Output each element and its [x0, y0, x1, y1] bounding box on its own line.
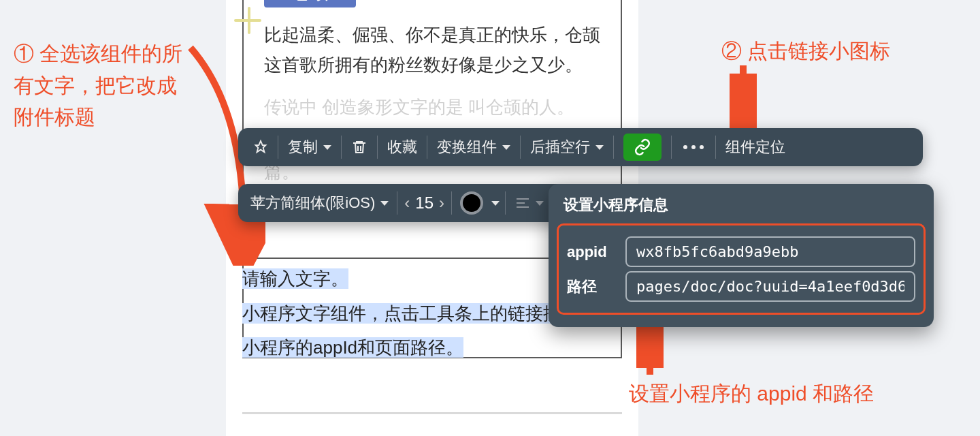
svg-point-0	[683, 145, 687, 149]
paragraph-2-obscured: 传说中 创造象形文字的是 叫仓颉的人。	[264, 92, 600, 122]
link-button-wrap	[615, 128, 670, 166]
chevron-down-icon	[502, 145, 510, 150]
text-color-button[interactable]	[453, 184, 504, 222]
separator	[520, 136, 521, 159]
font-family-select[interactable]: 苹方简细体(限iOS)	[244, 184, 395, 222]
chevron-down-icon	[323, 145, 331, 150]
separator	[377, 136, 378, 159]
separator	[671, 136, 672, 159]
favorite-label: 收藏	[387, 137, 417, 157]
link-button[interactable]	[623, 134, 662, 161]
separator	[505, 191, 506, 215]
separator	[613, 136, 614, 159]
appid-row: appid	[567, 236, 915, 267]
separator	[427, 136, 427, 159]
description-line-2[interactable]: 小程序的appId和页面路径。	[242, 330, 622, 365]
document-title-pill: – 仓颉 –	[264, 0, 356, 7]
separator	[451, 191, 452, 215]
miniprogram-info-panel: 设置小程序信息 appid 路径	[549, 184, 934, 327]
chevron-down-icon	[491, 201, 500, 206]
trash-icon	[351, 139, 368, 155]
transform-label: 变换组件	[437, 137, 497, 157]
chevron-down-icon	[536, 201, 544, 206]
separator	[278, 136, 278, 159]
paragraph-1[interactable]: 比起温柔、倔强、你不是真正的快乐，仓颉这首歌所拥有的粉丝数好像是少之又少。	[264, 20, 600, 80]
insert-blank-button[interactable]: 后插空行	[522, 128, 612, 166]
insert-blank-label: 后插空行	[530, 137, 590, 157]
path-row: 路径	[567, 271, 915, 302]
delete-button[interactable]	[343, 128, 376, 166]
separator	[715, 136, 716, 159]
arrow-to-popup-icon	[636, 320, 664, 382]
component-toolbar: 复制 收藏 变换组件 后插空行 组件定位	[238, 128, 923, 166]
chevron-down-icon	[380, 201, 389, 206]
svg-point-2	[700, 145, 704, 149]
separator	[341, 136, 342, 159]
font-family-value: 苹方简细体(限iOS)	[250, 193, 375, 213]
annotation-step-2: ② 点击链接小图标	[721, 35, 890, 67]
locate-label: 组件定位	[725, 137, 785, 157]
svg-point-1	[691, 145, 696, 149]
appid-input[interactable]	[625, 236, 915, 267]
annotation-step-1: ① 全选该组件的所有文字，把它改成附件标题	[14, 38, 191, 134]
align-button[interactable]	[507, 184, 552, 222]
popup-highlighted-region: appid 路径	[557, 223, 926, 315]
annotation-step-3: 设置小程序的 appid 和路径	[629, 378, 874, 410]
transform-button[interactable]: 变换组件	[429, 128, 519, 166]
favorite-button[interactable]: 收藏	[379, 128, 425, 166]
appid-label: appid	[567, 243, 625, 261]
separator	[397, 191, 397, 215]
pin-icon	[253, 140, 268, 155]
path-input[interactable]	[625, 271, 915, 302]
font-size-value: 15	[415, 193, 434, 213]
divider	[242, 412, 622, 414]
font-size-stepper[interactable]: ‹ 15 ›	[399, 184, 450, 222]
copy-label: 复制	[288, 137, 318, 157]
pin-button[interactable]	[245, 128, 276, 166]
popup-title: 设置小程序信息	[549, 184, 934, 223]
decrease-size-icon[interactable]: ‹	[399, 193, 415, 213]
chevron-down-icon	[595, 145, 604, 150]
more-icon	[681, 144, 706, 151]
copy-button[interactable]: 复制	[280, 128, 340, 166]
arrow-to-link-icon	[730, 65, 757, 134]
align-icon	[515, 197, 530, 209]
locate-button[interactable]: 组件定位	[717, 128, 794, 166]
path-label: 路径	[567, 277, 625, 297]
increase-size-icon[interactable]: ›	[434, 193, 450, 213]
color-swatch-icon	[460, 191, 483, 215]
link-icon	[634, 138, 651, 156]
more-button[interactable]	[673, 128, 714, 166]
